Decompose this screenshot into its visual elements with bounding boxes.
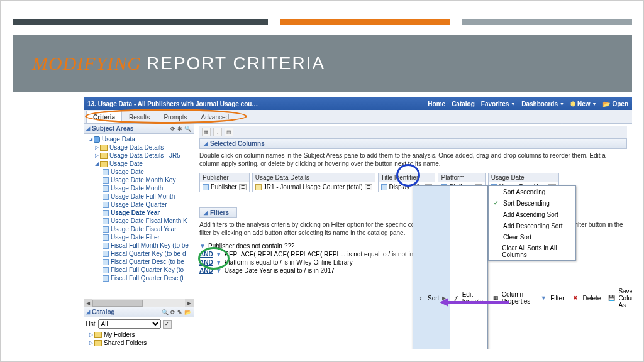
tab-prompts[interactable]: Prompts xyxy=(157,111,194,123)
toolbar-btn[interactable]: ▤ xyxy=(225,128,233,136)
col-item[interactable]: Publisher☰ xyxy=(200,182,249,192)
subject-areas-tree[interactable]: ◢Usage Data ▷Usage Data Details ▷Usage D… xyxy=(84,134,194,299)
col-menu-icon[interactable]: ☰ xyxy=(239,184,247,190)
catalog-header[interactable]: ◢Catalog 🔍⟳✎📂 xyxy=(84,307,194,317)
selected-columns-help: Double click on column names in the Subj… xyxy=(199,151,627,168)
tab-advanced[interactable]: Advanced xyxy=(194,111,236,123)
menu-sort[interactable]: ↕Sort▶ xyxy=(413,186,450,349)
nav-home[interactable]: Home xyxy=(428,101,445,107)
criteria-toolbar: ▦ ↓ ▤ xyxy=(199,126,627,138)
menu-edit-formula[interactable]: 𝑓Edit formula xyxy=(450,186,489,349)
col-group-header: Usage Data Details xyxy=(253,173,375,182)
funnel-icon: ▼ xyxy=(216,251,222,258)
report-title: 13. Usage Data - All Publishers with Jou… xyxy=(87,101,428,107)
column-context-menu: ↕Sort▶ 𝑓Edit formula ▦Column Properties … xyxy=(413,185,488,349)
list-label: List xyxy=(86,321,96,327)
funnel-icon: ▼ xyxy=(199,243,206,250)
nav-dashboards[interactable]: Dashboards▼ xyxy=(521,101,564,107)
col-group-header: Platform xyxy=(438,173,484,182)
catalog-go-button[interactable]: ✓ xyxy=(163,320,172,329)
my-folders[interactable]: My Folders xyxy=(104,331,135,338)
menu-clear-all[interactable]: Clear All Sorts in All Columns xyxy=(489,243,575,260)
tab-bar: Criteria Results Prompts Advanced xyxy=(84,110,632,124)
col-menu-icon[interactable]: ☰ xyxy=(365,184,372,190)
sort-submenu: Sort Ascending ✓Sort Descending Add Asce… xyxy=(488,185,576,261)
tree-scrollbar[interactable]: ◀▶ xyxy=(84,299,194,307)
menu-sort-desc[interactable]: ✓Sort Descending xyxy=(489,197,575,209)
tab-results[interactable]: Results xyxy=(122,111,157,123)
col-group-header: Title Identifier xyxy=(379,173,435,182)
filters-header[interactable]: ◢Filters xyxy=(199,207,237,218)
col-item[interactable]: JR1 - Journal Usage Counter (total)☰ xyxy=(253,182,375,192)
catalog-list-select[interactable]: All xyxy=(98,319,161,329)
nav-open[interactable]: 📂Open xyxy=(602,101,628,107)
app-window: 13. Usage Data - All Publishers with Jou… xyxy=(84,97,632,348)
menu-add-desc[interactable]: Add Descending Sort xyxy=(489,220,575,231)
menu-sort-asc[interactable]: Sort Ascending xyxy=(489,186,575,197)
slide-title: MODIFYING REPORT CRITERIA xyxy=(13,35,632,92)
menu-add-asc[interactable]: Add Ascending Sort xyxy=(489,209,575,220)
nav-favorites[interactable]: Favorites▼ xyxy=(481,101,515,107)
selected-columns-header[interactable]: ◢Selected Columns xyxy=(199,138,627,149)
col-group-header: Publisher xyxy=(200,173,249,182)
menu-clear-sort[interactable]: Clear Sort xyxy=(489,231,575,243)
app-header: 13. Usage Data - All Publishers with Jou… xyxy=(84,97,632,110)
funnel-icon: ▼ xyxy=(216,268,222,274)
menu-save-as[interactable]: 💾Save Column As xyxy=(604,186,632,349)
nav-new[interactable]: ✱New▼ xyxy=(570,101,597,107)
shared-folders[interactable]: Shared Folders xyxy=(104,339,147,346)
tab-criteria[interactable]: Criteria xyxy=(86,111,122,123)
subject-areas-header[interactable]: ◢Subject Areas ⟳✱🔍 xyxy=(84,124,194,134)
toolbar-btn[interactable]: ↓ xyxy=(213,128,222,136)
nav-catalog[interactable]: Catalog xyxy=(452,101,475,107)
toolbar-btn[interactable]: ▦ xyxy=(202,128,211,136)
funnel-icon: ▼ xyxy=(216,260,222,266)
col-group-header: Usage Date xyxy=(489,173,559,182)
